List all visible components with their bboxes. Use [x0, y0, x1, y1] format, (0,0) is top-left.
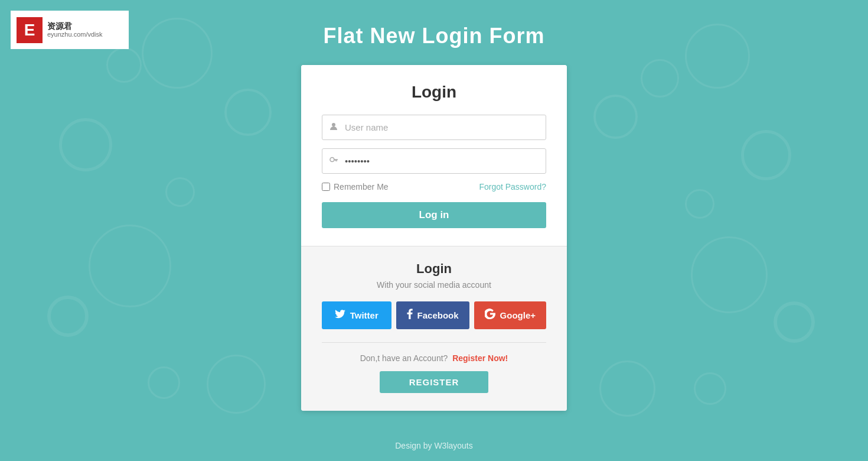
- social-login-section: Login With your social media account Twi…: [301, 246, 567, 411]
- forgot-password-link[interactable]: Forgot Password?: [479, 182, 546, 191]
- twitter-icon: [335, 310, 345, 322]
- password-group: [322, 148, 546, 174]
- username-group: [322, 115, 546, 140]
- section-divider: [322, 342, 546, 343]
- password-input[interactable]: [322, 148, 546, 174]
- google-login-button[interactable]: Google+: [474, 301, 546, 329]
- register-prompt: Don,t have an Account? Register Now!: [322, 353, 546, 363]
- google-button-label: Google+: [500, 310, 536, 320]
- footer: Design by W3layouts: [0, 441, 868, 450]
- remember-me-checkbox[interactable]: [322, 183, 330, 191]
- login-form-title: Login: [322, 83, 546, 102]
- footer-text: Design by W3layouts: [395, 441, 473, 450]
- register-now-link[interactable]: Register Now!: [452, 353, 508, 363]
- svg-point-0: [332, 123, 335, 126]
- facebook-icon: [407, 309, 413, 322]
- remember-row: Remember Me Forgot Password?: [322, 182, 546, 191]
- register-section: Don,t have an Account? Register Now! REG…: [322, 353, 546, 393]
- remember-me-label[interactable]: Remember Me: [322, 182, 389, 191]
- login-card: Login Re: [301, 65, 567, 411]
- social-buttons-group: Twitter Facebook Google+: [322, 301, 546, 329]
- user-icon: [329, 122, 338, 134]
- register-button[interactable]: REGISTER: [380, 371, 489, 393]
- password-icon: [329, 155, 338, 167]
- facebook-button-label: Facebook: [417, 310, 459, 320]
- login-button[interactable]: Log in: [322, 202, 546, 228]
- login-form-section: Login Re: [301, 65, 567, 246]
- social-login-subtitle: With your social media account: [322, 280, 546, 290]
- page-title: Flat New Login Form: [0, 24, 868, 48]
- username-input[interactable]: [322, 115, 546, 140]
- facebook-login-button[interactable]: Facebook: [396, 301, 469, 329]
- google-icon: [485, 309, 495, 322]
- twitter-login-button[interactable]: Twitter: [322, 301, 391, 329]
- twitter-button-label: Twitter: [350, 310, 378, 320]
- remember-me-text: Remember Me: [334, 182, 389, 191]
- social-login-title: Login: [322, 261, 546, 277]
